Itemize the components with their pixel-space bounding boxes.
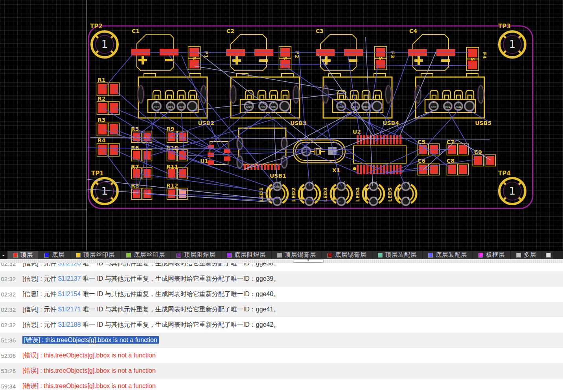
svg-text:DM1: DM1	[178, 106, 184, 109]
layer-tab-bar: ▸顶层底层顶层丝印层底层丝印层顶层阻焊层底层阻焊层顶层锡膏层底层锡膏层顶层装配层…	[0, 250, 563, 259]
log-row[interactable]: 59:34[错误] : this.treeObjects[g].bbox is …	[0, 379, 563, 392]
svg-text:USB5: USB5	[475, 120, 491, 126]
layer-tab-底层锡膏层[interactable]: 底层锡膏层	[322, 251, 372, 259]
log-timestamp: 52:06	[0, 352, 16, 359]
panel-resize-strip: ▼	[0, 259, 563, 263]
layer-tab-底层装配层[interactable]: 底层装配层	[422, 251, 473, 259]
svg-text:1: 1	[375, 197, 377, 201]
svg-text:R5: R5	[131, 126, 139, 132]
layer-tab-板框层[interactable]: 板框层	[473, 251, 510, 259]
log-timestamp: 02:32	[0, 306, 16, 313]
svg-text:R2: R2	[98, 96, 106, 102]
log-message: [错误] : this.treeObjects[g].bbox is not a…	[22, 352, 156, 360]
svg-text:1: 1	[509, 39, 516, 50]
svg-text:TP2: TP2	[90, 23, 103, 30]
svg-text:TP4: TP4	[498, 170, 511, 177]
layer-color-swatch	[378, 253, 383, 258]
layer-tab-顶层[interactable]: 顶层	[7, 251, 39, 259]
log-message: [错误] : this.treeObjects[g].bbox is not a…	[22, 336, 159, 344]
component-id-link[interactable]: $1I2120	[58, 263, 81, 267]
log-message: [信息] : 元件 $1I2154 唯一 ID 与其他元件重复，生成网表时给它重…	[22, 290, 280, 298]
log-row[interactable]: 53:26[错误] : this.treeObjects[g].bbox is …	[0, 363, 563, 379]
pcb-svg[interactable]: 1TP21TP31TP11TP4C1C2C3C4F1SF2SF3SF4SR1R2…	[0, 0, 563, 250]
svg-text:TP1: TP1	[91, 170, 104, 177]
layer-tab-多层[interactable]: 多层	[510, 251, 542, 259]
layer-tab-label: 底层阻焊层	[234, 251, 266, 259]
svg-text:1: 1	[509, 185, 516, 197]
log-row-partial[interactable]: 02:32[信息] : 元件 $1I2120 唯一 ID 与其他元件重复，生成网…	[0, 263, 563, 271]
layer-tab-label: 顶层	[20, 251, 33, 259]
layer-tab-顶层装配层[interactable]: 顶层装配层	[372, 251, 422, 259]
layer-color-swatch	[44, 253, 49, 258]
layer-color-swatch	[546, 253, 551, 258]
svg-text:2: 2	[375, 180, 377, 184]
layer-color-swatch	[516, 253, 521, 258]
svg-text:2: 2	[365, 101, 367, 104]
svg-text:TP3: TP3	[498, 23, 511, 30]
log-message: [信息] : 元件 $1I2137 唯一 ID 与其他元件重复，生成网表时给它重…	[22, 275, 280, 283]
svg-text:LED5: LED5	[387, 187, 393, 202]
log-row[interactable]: 51:36[错误] : this.treeObjects[g].bbox is …	[0, 333, 563, 348]
layer-tab-底层丝印层[interactable]: 底层丝印层	[120, 251, 171, 259]
svg-text:DP4: DP4	[445, 106, 450, 109]
layer-tab-partial[interactable]	[542, 251, 553, 259]
tab-scroll-left-button[interactable]: ▸	[0, 251, 7, 259]
log-panel[interactable]: 02:32[信息] : 元件 $1I2120 唯一 ID 与其他元件重复，生成网…	[0, 263, 563, 392]
svg-text:2: 2	[311, 180, 313, 184]
svg-text:DP2: DP2	[260, 106, 265, 109]
layer-color-swatch	[13, 253, 18, 258]
svg-text:2: 2	[407, 180, 410, 184]
component-id-link[interactable]: $1I2171	[58, 306, 81, 313]
svg-text:4: 4	[432, 101, 434, 104]
component-id-link[interactable]: $1I2188	[58, 321, 81, 328]
svg-text:R4: R4	[98, 137, 106, 144]
svg-text:LED1: LED1	[258, 187, 264, 202]
layer-tab-顶层丝印层[interactable]: 顶层丝印层	[70, 251, 120, 259]
layer-tab-label: 多层	[524, 251, 536, 259]
svg-text:R11: R11	[166, 164, 178, 170]
svg-text:4: 4	[279, 180, 281, 184]
svg-text:S: S	[470, 57, 475, 61]
log-timestamp: 53:26	[0, 368, 16, 374]
layer-tab-底层[interactable]: 底层	[39, 251, 70, 259]
pcb-canvas[interactable]: 1TP21TP31TP11TP4C1C2C3C4F1SF2SF3SF4SR1R2…	[0, 0, 563, 250]
svg-text:GND: GND	[246, 106, 252, 109]
layer-tab-顶层锡膏层[interactable]: 顶层锡膏层	[271, 251, 322, 259]
svg-text:DM3: DM3	[363, 106, 369, 109]
log-message: [信息] : 元件 $1I2120 唯一 ID 与其他元件重复，生成网表时给它重…	[22, 263, 280, 268]
svg-text:LED3: LED3	[322, 187, 328, 202]
layer-tab-底层阻焊层[interactable]: 底层阻焊层	[221, 251, 271, 259]
svg-text:S: S	[282, 57, 288, 60]
log-timestamp: 51:36	[0, 337, 16, 344]
layer-tab-label: 板框层	[486, 251, 505, 259]
log-message: [错误] : this.treeObjects[g].bbox is not a…	[22, 382, 156, 390]
svg-text:R1: R1	[98, 77, 106, 83]
svg-text:2: 2	[180, 101, 182, 104]
log-row[interactable]: 02:32[信息] : 元件 $1I2154 唯一 ID 与其他元件重复，生成网…	[0, 287, 563, 302]
svg-text:1: 1	[169, 101, 171, 104]
svg-text:1: 1	[407, 197, 410, 201]
svg-text:LED4: LED4	[355, 187, 361, 202]
layer-tab-顶层阻焊层[interactable]: 顶层阻焊层	[171, 251, 221, 259]
component-id-link[interactable]: $1I2154	[58, 291, 81, 297]
layer-tab-label: 底层装配层	[436, 251, 467, 259]
svg-text:GND: GND	[431, 106, 437, 109]
layer-color-swatch	[126, 253, 131, 258]
layer-tab-label: 顶层锡膏层	[285, 251, 316, 259]
layer-color-swatch	[277, 253, 282, 258]
log-row[interactable]: 02:32[信息] : 元件 $1I2137 唯一 ID 与其他元件重复，生成网…	[0, 271, 563, 287]
layer-tab-label: 顶层装配层	[385, 251, 417, 259]
svg-text:R6: R6	[131, 145, 139, 151]
svg-text:S: S	[191, 57, 197, 60]
log-row[interactable]: 02:32[信息] : 元件 $1I2171 唯一 ID 与其他元件重复，生成网…	[0, 302, 563, 317]
log-row[interactable]: 52:06[错误] : this.treeObjects[g].bbox is …	[0, 348, 563, 363]
svg-text:C3: C3	[316, 28, 324, 34]
chevron-down-icon: ▼	[307, 259, 310, 262]
layer-tab-label: 底层丝印层	[134, 251, 165, 259]
layer-color-swatch	[478, 253, 483, 258]
svg-text:1: 1	[447, 101, 449, 104]
component-id-link[interactable]: $1I2137	[58, 275, 81, 282]
collapse-log-handle[interactable]: ▼	[293, 259, 324, 263]
log-row[interactable]: 02:32[信息] : 元件 $1I2188 唯一 ID 与其他元件重复，生成网…	[0, 317, 563, 333]
svg-text:X1: X1	[332, 167, 340, 173]
